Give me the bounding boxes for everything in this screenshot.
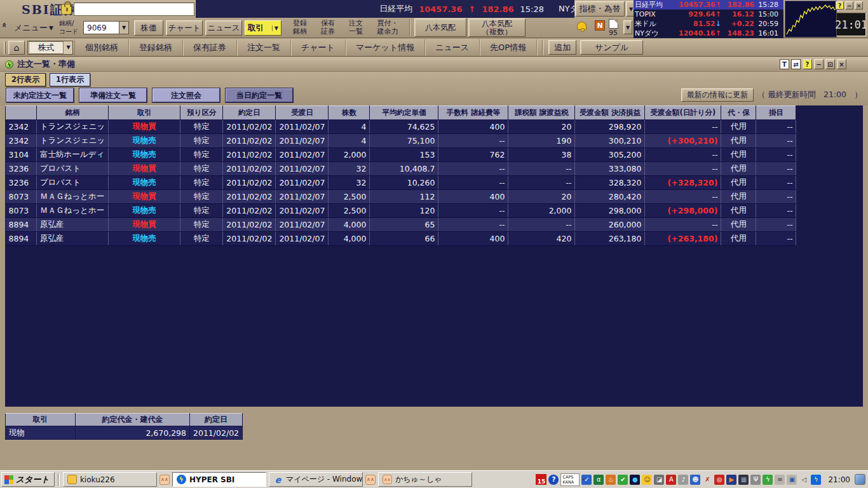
table-row[interactable]: 3104富士紡ホールディ現物売特定2011/02/022011/02/072,0… xyxy=(6,148,796,162)
menu-button[interactable]: メニュー ▼ xyxy=(11,21,56,35)
buying-power-link[interactable]: 買付・建余力 xyxy=(371,19,404,36)
menu-item-先OP情報[interactable]: 先OP情報 xyxy=(480,39,537,56)
cell: 現物買 xyxy=(109,190,180,204)
antivirus-tray-icon[interactable]: 15 xyxy=(536,474,546,485)
chevron-down-icon[interactable]: ▼ xyxy=(119,22,128,34)
menu-item-マーケット情報[interactable]: マーケット情報 xyxy=(346,39,425,56)
table-row[interactable]: 2342トランスジェニッ現物売特定2011/02/022011/02/07475… xyxy=(6,134,796,148)
close-button[interactable]: × xyxy=(837,59,846,69)
tab-準備注文一覧[interactable]: 準備注文一覧 xyxy=(79,88,147,102)
lab-app-icon[interactable]: ♨ xyxy=(606,475,616,485)
chart-button[interactable]: チャート xyxy=(166,20,203,36)
menu-item-注文一覧[interactable]: 注文一覧 xyxy=(237,39,291,56)
plug-device-icon[interactable]: ≡ xyxy=(775,475,785,485)
order-list-link[interactable]: 注文一覧 xyxy=(343,19,369,36)
summary-row[interactable]: 現物 2,670,298 2011/02/02 xyxy=(6,426,243,440)
display-app-icon[interactable]: ◪ xyxy=(654,475,664,485)
login-id-field[interactable] xyxy=(74,3,194,16)
menu-item-登録銘柄[interactable]: 登録銘柄 xyxy=(129,39,183,56)
pdf-app-icon[interactable]: A xyxy=(666,475,676,485)
restore-button[interactable]: ⊡ xyxy=(825,59,835,69)
table-row[interactable]: 2342トランスジェニッ現物買特定2011/02/022011/02/07474… xyxy=(6,120,796,134)
add-button[interactable]: 追加 xyxy=(548,40,576,55)
update-ok-icon[interactable]: ✔ xyxy=(618,475,628,485)
minimize-button[interactable]: − xyxy=(845,1,853,10)
toolbar-grip[interactable] xyxy=(4,41,6,54)
refresh-icon[interactable]: ⇄ xyxy=(791,59,801,69)
category-combobox[interactable]: 株式 ▼ xyxy=(27,41,73,55)
depth-board-multi-button[interactable]: 八本気配（複数） xyxy=(468,18,526,37)
flag-error-icon[interactable]: ✗ xyxy=(702,475,712,485)
news-badge-icon[interactable]: N xyxy=(595,20,605,30)
quote-row[interactable]: 米ドル81.52↓+0.2220:59 xyxy=(634,19,783,29)
quote-row[interactable]: TOPIX929.64↑16.1215:00 xyxy=(634,10,783,19)
menu-item-保有証券[interactable]: 保有証券 xyxy=(183,39,237,56)
registered-stocks-link[interactable]: 登録銘柄 xyxy=(287,19,313,36)
home-button[interactable]: ⌂ xyxy=(8,41,25,55)
two-line-view-button[interactable]: 2行表示 xyxy=(5,73,46,86)
hypersbi-tray-icon[interactable]: ϟ xyxy=(811,475,821,485)
smiley-app-icon[interactable]: ☺ xyxy=(642,475,652,485)
usb-safe-icon[interactable]: ϟ xyxy=(763,475,773,485)
tv-app-icon[interactable]: ▦ xyxy=(738,475,749,485)
page-icon[interactable] xyxy=(609,19,618,29)
volume-icon[interactable]: ◁ xyxy=(799,475,809,485)
user-app-icon[interactable]: ☻ xyxy=(690,475,700,485)
help-tray-icon[interactable]: ? xyxy=(548,475,559,485)
table-row[interactable]: 8073ＭＡＧねっとホー現物買特定2011/02/022011/02/072,5… xyxy=(6,190,796,204)
quote-row[interactable]: NYダウ12040.16↑148.2316:01 xyxy=(634,29,783,38)
ime-indicator[interactable]: CAPS KANA xyxy=(560,473,580,486)
one-line-view-button[interactable]: 1行表示 xyxy=(50,73,90,86)
column-header: 受渡日 xyxy=(276,106,329,120)
alpha-app-icon[interactable]: α xyxy=(593,475,604,485)
table-row[interactable]: 3236プロパスト現物売特定2011/02/022011/02/073210,2… xyxy=(6,176,796,190)
index-fx-selector[interactable]: 指標・為替 xyxy=(575,1,625,17)
rocket-app-icon[interactable]: ▶ xyxy=(726,475,736,485)
taskbar-task-hypersbi[interactable]: ϟHYPER SBI xyxy=(172,472,266,487)
refresh-data-button[interactable]: 最新の情報に更新 xyxy=(681,88,754,102)
quick-app-icon[interactable]: ∧∧ xyxy=(365,475,376,485)
taskbar-task-cat[interactable]: ∧∧かちゅ～しゃ xyxy=(378,472,472,487)
cell: 2,000 xyxy=(508,204,575,218)
cell: -- xyxy=(756,232,796,246)
main-toolbar: « メニュー ▼ 銘柄/ コード 9069 ▼ 株価 チャート ニュース 取引 … xyxy=(0,18,574,38)
tab-当日約定一覧[interactable]: 当日約定一覧 xyxy=(226,88,293,102)
table-row[interactable]: 3236プロパスト現物買特定2011/02/022011/02/073210,4… xyxy=(6,162,796,176)
chime-app-icon[interactable]: ♪ xyxy=(678,475,688,485)
alert-bell-icon[interactable] xyxy=(577,22,587,30)
help-button[interactable]: ? xyxy=(836,1,844,10)
sample-button[interactable]: サンプル xyxy=(580,40,643,55)
taskbar-task-ie[interactable]: eマイページ - Windows ... xyxy=(269,472,363,487)
tab-注文照会[interactable]: 注文照会 xyxy=(153,88,220,102)
wireless-off-icon[interactable]: Ψ xyxy=(750,475,761,485)
table-row[interactable]: 8073ＭＡＧねっとホー現物売特定2011/02/022011/02/072,5… xyxy=(6,204,796,218)
holdings-link[interactable]: 保有証券 xyxy=(315,19,341,36)
menu-item-ニュース[interactable]: ニュース xyxy=(425,39,480,56)
network-icon[interactable]: ▣ xyxy=(787,475,797,485)
table-row[interactable]: 8894原弘産現物売特定2011/02/022011/02/074,000664… xyxy=(6,232,796,246)
menu-item-個別銘柄[interactable]: 個別銘柄 xyxy=(74,39,129,56)
taskbar-task-folder[interactable]: kioku226 xyxy=(63,472,157,487)
show-desktop-icon[interactable] xyxy=(855,474,865,485)
news-button[interactable]: ニュース xyxy=(205,20,242,36)
quick-app-icon[interactable]: ∧∧ xyxy=(159,475,170,485)
menu-item-チャート[interactable]: チャート xyxy=(291,39,346,56)
cell: (+263,180) xyxy=(645,232,721,246)
help-button[interactable]: ? xyxy=(803,59,812,69)
close-button[interactable]: × xyxy=(855,1,863,10)
minimize-button[interactable]: − xyxy=(814,59,824,69)
depth-board-button[interactable]: 八本気配 xyxy=(414,18,466,37)
trade-button[interactable]: 取引 ▼ xyxy=(245,20,281,36)
collapse-toolbar-icon[interactable]: « xyxy=(0,22,10,27)
quote-button[interactable]: 株価 xyxy=(134,20,163,36)
orb-app-icon[interactable]: ● xyxy=(630,475,640,485)
table-row[interactable]: 8894原弘産現物買特定2011/02/022011/02/074,00065-… xyxy=(6,218,796,232)
tab-未約定注文一覧[interactable]: 未約定注文一覧 xyxy=(6,88,74,102)
start-button[interactable]: スタート xyxy=(1,472,55,487)
text-size-button[interactable]: T xyxy=(780,59,789,69)
executions-table: 銘柄取引預り区分約定日受渡日株数平均約定単価手数料 諸経費等課税額 譲渡益税受渡… xyxy=(5,105,796,246)
red-ring-icon[interactable]: ◎ xyxy=(714,475,724,485)
stock-code-combobox[interactable]: 9069 ▼ xyxy=(83,21,129,34)
quote-row[interactable]: 日経平均10457.36↑182.8615:28 xyxy=(634,0,783,10)
chevron-down-icon[interactable]: ▼ xyxy=(623,20,632,34)
